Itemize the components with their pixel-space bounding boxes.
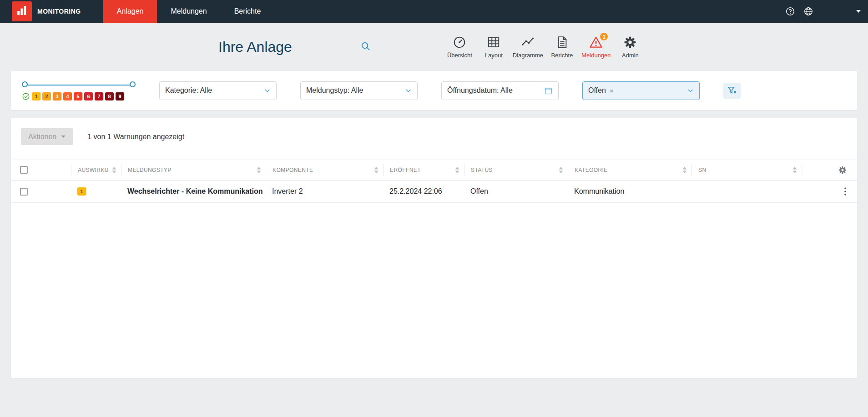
severity-scale: 1 2 3 4 5 6 7 8 9 bbox=[22, 92, 136, 100]
kategorie-dropdown[interactable]: Kategorie: Alle bbox=[159, 81, 277, 100]
nav-label: Berichte bbox=[551, 52, 573, 59]
row-komponente-cell: Inverter 2 bbox=[266, 187, 383, 196]
meldungstyp-dropdown[interactable]: Meldungstyp: Alle bbox=[300, 81, 418, 100]
slider-handle-min[interactable] bbox=[22, 81, 28, 87]
filter-bar: 1 2 3 4 5 6 7 8 9 Kategorie: Alle Meldun… bbox=[11, 71, 857, 110]
aktionen-button-label: Aktionen bbox=[28, 133, 56, 141]
sort-icon bbox=[680, 167, 687, 173]
severity-badge-8: 8 bbox=[105, 92, 114, 100]
row-checkbox-cell bbox=[11, 188, 71, 196]
gauge-icon bbox=[452, 35, 467, 50]
slider-handle-max[interactable] bbox=[130, 81, 136, 87]
column-header-meldungstyp[interactable]: MELDUNGSTYP bbox=[121, 164, 266, 176]
tab-anlagen[interactable]: Anlagen bbox=[103, 0, 157, 23]
table-row[interactable]: 1 Wechselrichter - Keine Kommunikation I… bbox=[11, 181, 857, 203]
sort-icon bbox=[452, 167, 459, 173]
column-label: MELDUNGSTYP bbox=[128, 167, 172, 173]
brand-label: MONITORING bbox=[37, 8, 81, 15]
column-header-kategorie[interactable]: KATEGORIE bbox=[568, 164, 691, 176]
oeffnungsdatum-picker[interactable]: Öffnungsdatum: Alle bbox=[441, 81, 559, 100]
severity-badge-1: 1 bbox=[32, 92, 40, 100]
sort-icon bbox=[556, 167, 563, 173]
tab-meldungen[interactable]: Meldungen bbox=[157, 0, 220, 23]
page-header: Ihre Anlage Übersicht Layout Diagramme bbox=[0, 23, 868, 71]
main-nav: Anlagen Meldungen Berichte bbox=[103, 0, 275, 23]
app-logo[interactable] bbox=[12, 1, 32, 21]
nav-label: Diagramme bbox=[513, 52, 543, 59]
sort-icon bbox=[109, 167, 116, 173]
gear-icon bbox=[623, 35, 637, 50]
search-button[interactable] bbox=[360, 41, 371, 53]
calendar-icon bbox=[544, 86, 553, 95]
tab-berichte[interactable]: Berichte bbox=[221, 0, 275, 23]
header-settings-cell bbox=[802, 164, 857, 176]
slider-track[interactable] bbox=[25, 85, 132, 85]
severity-filter: 1 2 3 4 5 6 7 8 9 bbox=[22, 81, 136, 100]
row-kategorie-cell: Kommunikation bbox=[568, 187, 691, 196]
severity-badge-7: 7 bbox=[95, 92, 103, 100]
column-label: SN bbox=[698, 167, 706, 173]
row-meldungstyp-cell: Wechselrichter - Keine Kommunikation bbox=[121, 187, 266, 196]
plant-nav: Übersicht Layout Diagramme Berichte 1 bbox=[443, 35, 647, 59]
status-dropdown[interactable]: Offen × bbox=[582, 81, 700, 100]
column-label: ERÖFFNET bbox=[390, 167, 421, 173]
status-chip: Offen bbox=[588, 86, 606, 95]
severity-badge-9: 9 bbox=[116, 92, 124, 100]
header-checkbox-cell bbox=[11, 164, 71, 176]
column-header-sn[interactable]: SN bbox=[691, 164, 802, 176]
nav-uebersicht[interactable]: Übersicht bbox=[443, 35, 477, 59]
caret-down-icon bbox=[61, 136, 66, 138]
column-label: KATEGORIE bbox=[575, 167, 608, 173]
meldungstyp-dropdown-value: Meldungstyp: Alle bbox=[306, 86, 363, 95]
column-header-auswirkung[interactable]: AUSWIRKUNG bbox=[71, 164, 121, 176]
row-eroeffnet-cell: 25.2.2024 22:06 bbox=[383, 187, 464, 196]
kebab-menu-icon[interactable] bbox=[844, 187, 846, 196]
topbar: MONITORING Anlagen Meldungen Berichte bbox=[0, 0, 868, 23]
column-label: AUSWIRKUNG bbox=[78, 167, 109, 173]
severity-slider[interactable] bbox=[22, 81, 136, 89]
chevron-down-icon bbox=[264, 87, 271, 94]
grid-icon bbox=[486, 35, 501, 50]
nav-layout[interactable]: Layout bbox=[477, 35, 511, 59]
sort-icon bbox=[254, 167, 261, 173]
nav-diagramme[interactable]: Diagramme bbox=[511, 35, 545, 59]
oeffnungsdatum-value: Öffnungsdatum: Alle bbox=[447, 86, 513, 95]
nav-meldungen[interactable]: 1 Meldungen bbox=[579, 35, 613, 59]
sort-icon bbox=[371, 167, 378, 173]
bar-chart-logo-icon bbox=[16, 5, 28, 18]
column-header-eroeffnet[interactable]: ERÖFFNET bbox=[383, 164, 464, 176]
page-title: Ihre Anlage bbox=[218, 39, 292, 55]
nav-label: Layout bbox=[485, 52, 503, 59]
check-circle-icon bbox=[22, 92, 30, 100]
document-icon bbox=[555, 35, 569, 50]
nav-berichte[interactable]: Berichte bbox=[545, 35, 579, 59]
table-settings-icon[interactable] bbox=[838, 166, 847, 175]
caret-down-icon[interactable] bbox=[822, 10, 861, 13]
row-checkbox[interactable] bbox=[20, 188, 28, 196]
column-header-komponente[interactable]: KOMPONENTE bbox=[266, 164, 383, 176]
table-toolbar: Aktionen 1 von 1 Warnungen angezeigt bbox=[11, 128, 857, 145]
remove-chip-icon[interactable]: × bbox=[610, 87, 614, 94]
severity-badge-5: 5 bbox=[74, 92, 82, 100]
chevron-down-icon bbox=[405, 87, 412, 94]
nav-admin[interactable]: Admin bbox=[613, 35, 647, 59]
warning-icon: 1 bbox=[589, 35, 603, 50]
row-auswirkung-cell: 1 bbox=[71, 187, 121, 196]
aktionen-button[interactable]: Aktionen bbox=[21, 128, 73, 145]
chevron-down-icon bbox=[687, 87, 694, 94]
column-header-status[interactable]: STATUS bbox=[464, 164, 568, 176]
select-all-checkbox[interactable] bbox=[20, 166, 28, 174]
impact-badge: 1 bbox=[77, 187, 86, 196]
results-count: 1 von 1 Warnungen angezeigt bbox=[87, 133, 184, 141]
sort-icon bbox=[790, 167, 797, 173]
topbar-right bbox=[785, 6, 861, 16]
nav-label: Übersicht bbox=[447, 52, 472, 59]
nav-label: Admin bbox=[622, 52, 639, 59]
row-menu-cell bbox=[802, 187, 857, 196]
severity-badge-4: 4 bbox=[63, 92, 72, 100]
language-icon[interactable] bbox=[803, 6, 813, 16]
severity-badge-6: 6 bbox=[84, 92, 93, 100]
filter-clear-button[interactable] bbox=[723, 83, 741, 99]
nav-label: Meldungen bbox=[581, 52, 611, 59]
help-icon[interactable] bbox=[785, 6, 795, 16]
